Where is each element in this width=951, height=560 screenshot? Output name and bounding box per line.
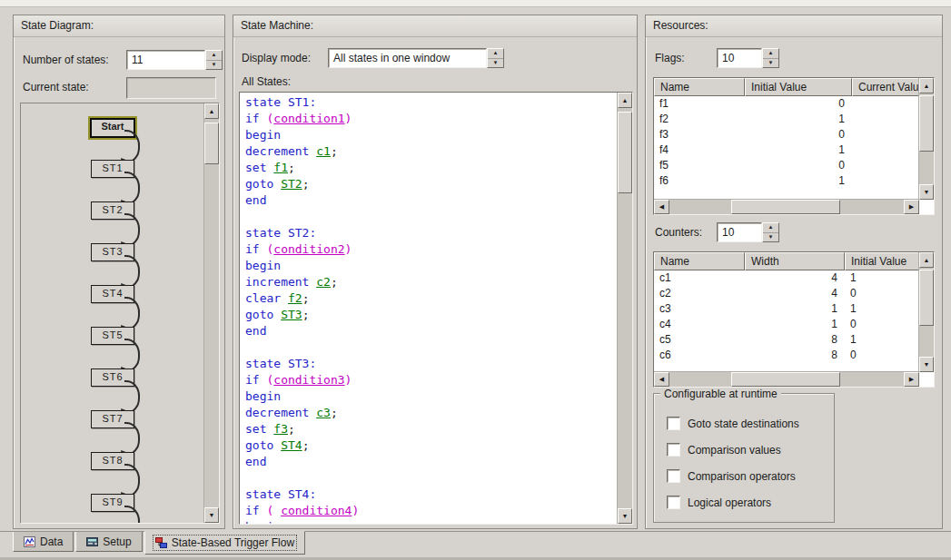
flags-spinner[interactable]: 10 ▲▼ xyxy=(717,48,779,68)
scroll-thumb[interactable] xyxy=(731,372,840,387)
code-token: decrement xyxy=(245,406,316,419)
scroll-up-button[interactable]: ▲ xyxy=(204,103,219,119)
table-row[interactable]: f50 xyxy=(654,158,919,173)
scroll-track[interactable] xyxy=(618,108,632,508)
counters-table-vscrollbar[interactable]: ▲▼ xyxy=(918,252,934,372)
checkbox-row-goto-state-destinations[interactable]: Goto state destinations xyxy=(654,410,834,437)
table-row[interactable]: c141 xyxy=(654,270,919,286)
table-row[interactable]: f10 xyxy=(654,96,919,112)
checkbox-row-comparison-values[interactable]: Comparison values xyxy=(654,437,834,463)
scroll-track[interactable] xyxy=(919,93,934,184)
column-header-initial-value[interactable]: Initial Value xyxy=(745,78,852,96)
flags-table-header: NameInitial ValueCurrent Value xyxy=(654,78,919,96)
code-token: ; xyxy=(331,275,338,289)
tab-setup[interactable]: Setup xyxy=(75,532,142,552)
flags-table-vscrollbar[interactable]: ▲▼ xyxy=(918,78,934,200)
configurable-at-runtime-group: Configurable at runtime Goto state desti… xyxy=(653,393,835,523)
code-token: goto xyxy=(245,438,281,452)
scroll-right-button[interactable]: ▶ xyxy=(904,200,919,214)
spin-down-icon[interactable]: ▼ xyxy=(206,60,222,70)
comparison-operators-checkbox[interactable] xyxy=(667,469,680,483)
comparison-values-checkbox[interactable] xyxy=(667,443,680,457)
scroll-thumb[interactable] xyxy=(204,123,219,164)
flags-table-hscrollbar[interactable]: ◀▶ xyxy=(654,199,919,214)
table-row[interactable]: f61 xyxy=(654,173,919,189)
column-header-current-value[interactable]: Current Value xyxy=(852,78,919,96)
state-machine-code[interactable]: state ST1:if (condition1)begindecrement … xyxy=(240,93,618,524)
table-row[interactable]: f30 xyxy=(654,127,919,142)
display-mode-combo[interactable]: All states in one window ▲▼ xyxy=(328,48,504,68)
scroll-thumb[interactable] xyxy=(731,200,840,214)
scroll-thumb[interactable] xyxy=(618,112,632,193)
goto-state-destinations-checkbox[interactable] xyxy=(667,417,680,430)
scroll-left-button[interactable]: ◀ xyxy=(654,372,669,387)
column-header-width[interactable]: Width xyxy=(745,252,845,270)
scroll-down-button[interactable]: ▼ xyxy=(919,184,934,200)
spin-up-icon[interactable]: ▲ xyxy=(763,49,778,58)
spin-up-icon[interactable]: ▲ xyxy=(488,49,503,58)
flags-spin-buttons[interactable]: ▲▼ xyxy=(762,48,779,68)
tab-label: Setup xyxy=(103,535,131,548)
table-row[interactable]: c680 xyxy=(654,348,919,363)
scroll-down-button[interactable]: ▼ xyxy=(919,357,934,372)
scroll-up-button[interactable]: ▲ xyxy=(618,93,632,108)
scroll-down-button[interactable]: ▼ xyxy=(204,507,219,523)
scroll-track[interactable] xyxy=(919,268,934,357)
scroll-right-button[interactable]: ▶ xyxy=(904,372,919,387)
code-line: set f1; xyxy=(245,160,618,176)
counters-table-hscrollbar[interactable]: ◀▶ xyxy=(654,371,919,387)
column-header-name[interactable]: Name xyxy=(654,252,745,270)
display-mode-dropdown-buttons[interactable]: ▲▼ xyxy=(487,48,504,68)
table-row[interactable]: c581 xyxy=(654,332,919,348)
table-row[interactable]: f21 xyxy=(654,112,919,127)
number-of-states-spinner[interactable]: 11 ▲▼ xyxy=(126,50,223,70)
scroll-thumb[interactable] xyxy=(919,95,934,152)
table-row[interactable]: c240 xyxy=(654,286,919,301)
counters-value[interactable]: 10 xyxy=(717,222,762,242)
column-header-name[interactable]: Name xyxy=(654,78,745,96)
scroll-left-button[interactable]: ◀ xyxy=(654,200,669,214)
scroll-up-button[interactable]: ▲ xyxy=(919,252,934,268)
spin-down-icon[interactable]: ▼ xyxy=(763,232,778,242)
counters-spinner[interactable]: 10 ▲▼ xyxy=(717,222,779,242)
scroll-track[interactable] xyxy=(669,200,904,214)
flags-value[interactable]: 10 xyxy=(717,48,762,68)
checkbox-row-comparison-operators[interactable]: Comparison operators xyxy=(654,463,834,489)
scroll-down-button[interactable]: ▼ xyxy=(618,508,632,524)
code-line: state ST4: xyxy=(245,486,618,503)
cell: 1 xyxy=(845,332,919,348)
scroll-up-button[interactable]: ▲ xyxy=(919,78,934,93)
code-line: begin xyxy=(245,258,618,274)
spin-up-icon[interactable]: ▲ xyxy=(763,223,778,232)
cell: 1 xyxy=(745,301,845,317)
number-of-states-spin-buttons[interactable]: ▲▼ xyxy=(205,50,223,70)
tab-state-based-trigger-flow[interactable]: State-Based Trigger Flow xyxy=(144,531,305,555)
spin-down-icon[interactable]: ▼ xyxy=(488,58,503,68)
tab-data[interactable]: Data xyxy=(13,532,74,552)
column-header-initial-value[interactable]: Initial Value xyxy=(845,252,919,270)
code-scrollbar[interactable]: ▲▼ xyxy=(617,93,632,524)
code-line: end xyxy=(245,192,618,209)
state-diagram-panel: State Diagram: Number of states: 11 ▲▼ C… xyxy=(13,15,225,529)
transition-arc xyxy=(124,213,140,247)
transition-arc xyxy=(124,339,140,372)
number-of-states-value[interactable]: 11 xyxy=(126,50,205,70)
spin-up-icon[interactable]: ▲ xyxy=(206,51,222,60)
code-token: ST3 xyxy=(281,308,302,321)
state-diagram-scrollbar[interactable]: ▲▼ xyxy=(203,103,219,523)
cell: 1 xyxy=(845,301,919,317)
transition-arc xyxy=(124,130,140,163)
scroll-track[interactable] xyxy=(669,372,904,387)
counters-spin-buttons[interactable]: ▲▼ xyxy=(762,222,779,242)
spin-down-icon[interactable]: ▼ xyxy=(763,58,778,68)
scroll-thumb[interactable] xyxy=(919,270,934,326)
display-mode-value[interactable]: All states in one window xyxy=(328,48,487,68)
state-machine-code-area: state ST1:if (condition1)begindecrement … xyxy=(239,92,633,525)
table-row[interactable]: c410 xyxy=(654,317,919,332)
table-row[interactable]: c311 xyxy=(654,301,919,317)
scroll-track[interactable] xyxy=(204,119,219,507)
table-row[interactable]: f41 xyxy=(654,142,919,158)
logical-operators-checkbox[interactable] xyxy=(667,496,680,509)
code-token: f2 xyxy=(288,291,302,305)
checkbox-row-logical-operators[interactable]: Logical operators xyxy=(654,489,834,516)
